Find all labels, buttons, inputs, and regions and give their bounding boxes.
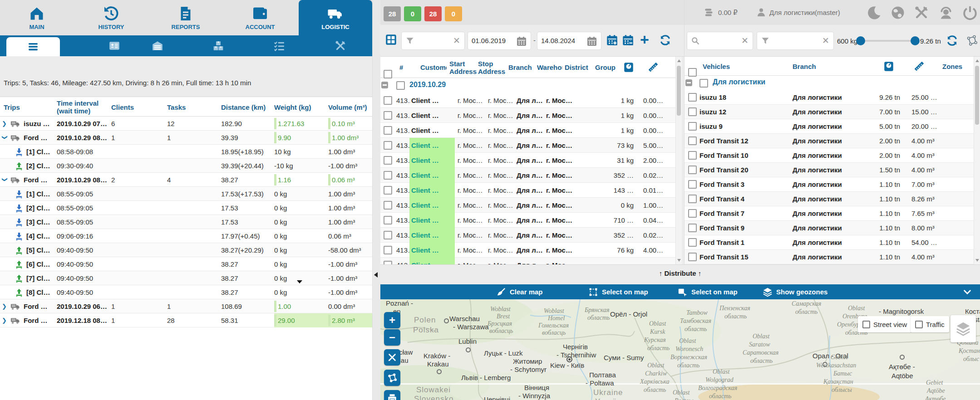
nav-tab-history[interactable]: HISTORY (77, 0, 145, 35)
col-time-interval[interactable]: Time interval(wait time) (57, 97, 98, 117)
vehicle-checkbox[interactable] (688, 180, 697, 189)
map-measure-button[interactable] (384, 349, 400, 366)
capacity-range-slider[interactable] (861, 40, 915, 42)
trip-row[interactable]: ❯ Ford … 2019.10.29 06… 1 1 108.69 1.00 … (0, 299, 372, 313)
counter-badge-0[interactable]: 28 (384, 6, 401, 21)
order-checkbox[interactable] (384, 156, 392, 165)
task-row[interactable]: [2] Cl… 08:55-09:05 17.53 0 kg 1.00 dm³ (0, 201, 372, 215)
col-warehouse[interactable]: Warehouse (537, 57, 562, 78)
slider-handle-min[interactable] (856, 36, 865, 45)
order-row[interactable]: 413… Client … г. Мос… г. Мос… Для л… г. … (380, 93, 675, 108)
vehicle-filter-field[interactable]: ✕ (757, 32, 834, 50)
select-on-map-polygon-button[interactable]: Select on map (588, 284, 648, 299)
orders-date-to-input[interactable] (537, 32, 588, 49)
geozones-polygon-icon[interactable] (966, 34, 978, 46)
col-district[interactable]: District (565, 57, 588, 78)
order-checkbox[interactable] (384, 216, 392, 224)
col-zones[interactable]: Zones (942, 57, 962, 76)
vehicles-scrollbar[interactable] (974, 57, 980, 264)
task-row[interactable]: [1] Cl… 08:58-09:08 18.95(+18.95) 10 kg … (0, 145, 372, 159)
order-row[interactable]: 413… Client … г. Мос… г. Мос… Для л… г. … (380, 243, 675, 258)
orders-scrollbar[interactable] (675, 57, 682, 264)
trip-row[interactable]: ❯ Ford … 2019.12.18 08… 1 28 58.31 29.00… (0, 313, 372, 327)
order-row[interactable]: 413… Client … г. Мос… г. Мос… Для л… г. … (380, 168, 675, 183)
col-vehicles[interactable]: Vehicles (703, 57, 730, 76)
counter-badge-2[interactable]: 28 (424, 6, 442, 21)
counter-badge-3[interactable]: 0 (445, 6, 462, 21)
add-order-icon[interactable]: + (640, 31, 649, 49)
vehicle-checkbox[interactable] (688, 137, 697, 145)
order-checkbox[interactable] (384, 126, 392, 135)
order-checkbox[interactable] (384, 231, 392, 239)
order-checkbox[interactable] (384, 141, 392, 150)
traffic-checkbox[interactable] (915, 321, 923, 328)
clear-filter-icon[interactable]: ✕ (452, 36, 461, 45)
counter-badge-1[interactable]: 0 (404, 6, 421, 21)
vehicle-row[interactable]: isuzu 18 Для логистики 9.26 tn 25.00 … (685, 90, 974, 105)
vehicles-group-row[interactable]: Для логистики (685, 76, 974, 90)
calendar-icon[interactable] (586, 36, 597, 47)
order-row[interactable]: 413… Client … г. Мос… г. Мос… Для л… г. … (380, 228, 675, 243)
clear-search-icon[interactable]: ✕ (740, 36, 749, 45)
col-start-address[interactable]: StartAddress (449, 57, 477, 78)
street-view-toggle[interactable]: Street view (858, 316, 911, 332)
task-row[interactable]: [2] Cl… 09:30-09:40 39.39(+20.44) -10 kg… (0, 159, 372, 173)
col-trips[interactable]: Trips (4, 97, 20, 117)
subtab-settings[interactable] (321, 35, 360, 56)
clear-map-button[interactable]: Clear map (496, 284, 543, 299)
col-branch[interactable]: Branch (793, 57, 816, 76)
map-layers-button[interactable] (950, 315, 976, 342)
nav-tab-reports[interactable]: REPORTS (152, 0, 220, 35)
orders-date-to[interactable] (537, 32, 601, 50)
vehicle-row[interactable]: Ford Transit 4 Для логистики 1.10 tn 8.2… (685, 192, 974, 206)
group-checkbox[interactable] (699, 79, 708, 88)
task-row[interactable]: [6] Cl… 09:40-09:50 38.27 0 kg -1.00 dm³ (0, 257, 372, 271)
col-clients[interactable]: Clients (111, 97, 134, 117)
vehicle-checkbox[interactable] (688, 195, 697, 203)
vehicle-row[interactable]: isuzu 12 Для логистики 7.00 tn 15.00 … (685, 105, 974, 119)
subtab-planning[interactable] (260, 35, 299, 56)
order-checkbox[interactable] (384, 96, 392, 105)
map-zoom-in-button[interactable]: + (384, 312, 400, 328)
map[interactable]: Poznań -enPolenPolskaWarschau- WarszawaW… (380, 299, 980, 400)
vehicle-checkbox[interactable] (688, 253, 697, 261)
task-row[interactable]: [8] Cl… 09:40-09:50 38.27 0 kg -1.00 dm³ (0, 285, 372, 299)
vehicle-row[interactable]: Ford Transit 10 Для логистики 2.00 tn 4.… (685, 148, 974, 163)
collapse-down-icon[interactable] (297, 280, 302, 283)
expand-chevron-icon[interactable]: ❯ (2, 299, 7, 313)
select-on-map-area-button[interactable]: Select on map (678, 284, 738, 299)
vehicle-row[interactable]: Ford Transit 9 Для логистики 1.10 tn 8.0… (685, 221, 974, 235)
order-checkbox[interactable] (384, 186, 392, 195)
task-row[interactable]: [4] Cl… 09:06-09:16 17.97(+0.45) 0 kg 0.… (0, 229, 372, 243)
col-tasks[interactable]: Tasks (167, 97, 186, 117)
trip-row[interactable]: ❯ isuzu … 2019.10.29 07… 6 12 182.90 1.2… (0, 117, 372, 131)
vehicle-row[interactable]: Ford Transit 15 Для логистики 1.10 tn 4.… (685, 250, 974, 264)
order-row[interactable]: 413… Client … г. Мос… г. Мос… Для л… г. … (380, 183, 675, 198)
street-view-checkbox[interactable] (862, 321, 870, 328)
map-zoom-out-button[interactable]: − (384, 329, 400, 346)
orders-filter-field[interactable]: ✕ (401, 32, 465, 50)
clear-filter-icon[interactable]: ✕ (821, 36, 830, 45)
calendar-icon[interactable] (516, 36, 527, 47)
col-branch[interactable]: Branch (508, 57, 532, 78)
subtab-trips[interactable] (6, 37, 60, 56)
order-row[interactable]: 413… Client … г. Мос… г. Мос… Для л… г. … (380, 258, 675, 264)
expand-chevron-icon[interactable]: ❯ (2, 117, 7, 131)
order-checkbox[interactable] (384, 246, 392, 254)
vehicle-row[interactable]: Ford Transit 12 Для логистики 2.00 tn 4.… (685, 134, 974, 148)
order-row[interactable]: 413… Client … г. Мос… г. Мос… Для л… г. … (380, 153, 675, 168)
subtab-warehouses[interactable] (138, 35, 177, 56)
refresh-vehicles-icon[interactable] (946, 34, 958, 47)
expand-chevron-icon[interactable]: ❯ (2, 135, 12, 141)
collapse-group-icon[interactable] (381, 82, 388, 88)
panel-divider[interactable] (372, 0, 380, 400)
group-checkbox[interactable] (396, 81, 405, 90)
vehicle-checkbox[interactable] (688, 166, 697, 174)
col-stop-address[interactable]: StopAddress (478, 57, 505, 78)
map-print-button[interactable] (384, 390, 400, 400)
order-checkbox[interactable] (384, 261, 392, 264)
vehicle-checkbox[interactable] (688, 107, 697, 116)
vehicle-row[interactable]: Ford Transit 3 Для логистики 1.10 tn 7.0… (685, 177, 974, 192)
vehicle-checkbox[interactable] (688, 151, 697, 160)
nav-tab-account[interactable]: ACCOUNT (226, 0, 294, 35)
